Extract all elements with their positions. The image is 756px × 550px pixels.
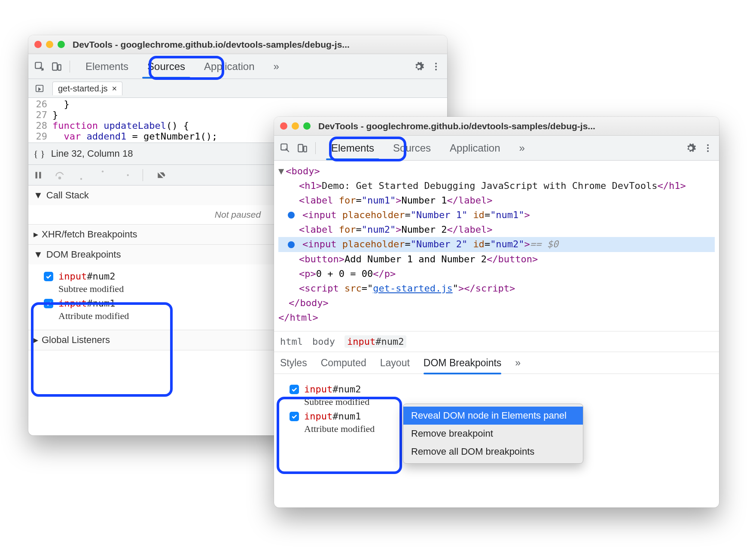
kebab-icon[interactable] [701, 141, 715, 155]
step-icon[interactable] [119, 170, 130, 181]
crumb-body[interactable]: body [312, 336, 335, 347]
svg-rect-15 [304, 146, 307, 152]
device-toggle-icon[interactable] [50, 60, 64, 73]
dom-tree[interactable]: ▼<body> <h1>Demo: Get Started Debugging … [274, 161, 719, 331]
chevron-down-icon: ▼ [34, 190, 43, 201]
svg-rect-14 [298, 144, 303, 152]
kebab-icon[interactable] [429, 60, 443, 73]
subtab-layout[interactable]: Layout [380, 357, 410, 369]
checkbox-checked-icon[interactable] [44, 272, 53, 281]
chevron-right-icon: ▸ [34, 334, 38, 346]
svg-rect-1 [52, 63, 57, 70]
svg-rect-2 [58, 64, 61, 70]
tab-elements[interactable]: Elements [76, 54, 138, 79]
format-button[interactable]: { } [34, 148, 45, 159]
panel-tabs: Elements Sources Application » [322, 136, 534, 160]
step-into-icon[interactable] [76, 170, 87, 181]
subtab-computed[interactable]: Computed [321, 357, 366, 369]
device-toggle-icon[interactable] [296, 141, 309, 155]
main-toolbar: Elements Sources Application » [274, 136, 719, 161]
main-toolbar: Elements Sources Application » [28, 54, 447, 79]
pause-icon[interactable] [33, 170, 44, 181]
minimize-traffic-light[interactable] [292, 122, 299, 130]
checkbox-checked-icon[interactable] [290, 385, 299, 394]
close-icon[interactable]: × [112, 84, 117, 94]
minimize-traffic-light[interactable] [46, 41, 53, 48]
titlebar[interactable]: DevTools - googlechrome.github.io/devtoo… [28, 35, 447, 54]
window-title: DevTools - googlechrome.github.io/devtoo… [73, 40, 350, 50]
panel-tabs: Elements Sources Application » [76, 54, 289, 79]
crumb-html[interactable]: html [280, 336, 303, 347]
cursor-position: Line 32, Column 18 [51, 148, 133, 159]
file-tab[interactable]: get-started.js × [52, 82, 122, 95]
ctx-remove-breakpoint[interactable]: Remove breakpoint [403, 425, 583, 443]
ctx-reveal-node[interactable]: Reveal DOM node in Elements panel [403, 407, 583, 425]
zoom-traffic-light[interactable] [58, 41, 65, 48]
tab-more[interactable]: » [264, 54, 289, 79]
window-title: DevTools - googlechrome.github.io/devtoo… [318, 121, 595, 131]
svg-point-12 [127, 174, 129, 176]
chevron-down-icon[interactable]: ▼ [278, 164, 284, 179]
subtab-more[interactable]: » [515, 357, 521, 369]
subtab-styles[interactable]: Styles [280, 357, 307, 369]
selected-dom-node[interactable]: <input placeholder="Number 2" id="num2">… [278, 237, 715, 252]
svg-point-17 [707, 147, 709, 149]
gear-icon[interactable] [684, 141, 698, 155]
step-out-icon[interactable] [97, 170, 108, 181]
svg-point-11 [102, 170, 104, 172]
select-element-icon[interactable] [33, 60, 46, 73]
svg-point-4 [435, 66, 437, 67]
breadcrumb[interactable]: html body input#num2 [274, 331, 719, 352]
context-menu: Reveal DOM node in Elements panel Remove… [403, 404, 583, 464]
subtab-dom-breakpoints[interactable]: DOM Breakpoints [424, 357, 502, 369]
svg-point-10 [80, 178, 82, 179]
checkbox-checked-icon[interactable] [44, 299, 53, 308]
tab-sources[interactable]: Sources [384, 136, 440, 160]
svg-point-9 [59, 177, 61, 179]
tab-sources[interactable]: Sources [138, 54, 195, 79]
svg-point-5 [435, 69, 437, 70]
navigator-toggle-icon[interactable] [33, 82, 46, 95]
close-traffic-light[interactable] [280, 122, 287, 130]
svg-rect-7 [36, 172, 37, 178]
crumb-current[interactable]: input#num2 [344, 335, 406, 348]
tab-application[interactable]: Application [195, 54, 264, 79]
close-traffic-light[interactable] [34, 41, 42, 48]
file-tab-label: get-started.js [58, 84, 108, 94]
chevron-down-icon: ▼ [34, 249, 43, 260]
select-element-icon[interactable] [278, 141, 292, 155]
ctx-remove-all-breakpoints[interactable]: Remove all DOM breakpoints [403, 443, 583, 461]
breakpoint-dot-icon [288, 212, 295, 219]
tab-application[interactable]: Application [440, 136, 509, 160]
divider [70, 61, 70, 73]
chevron-right-icon: ▸ [34, 229, 38, 240]
devtools-window-elements: DevTools - googlechrome.github.io/devtoo… [274, 117, 719, 507]
svg-rect-8 [39, 172, 41, 178]
gear-icon[interactable] [412, 60, 426, 73]
titlebar[interactable]: DevTools - googlechrome.github.io/devtoo… [274, 117, 719, 136]
tab-more[interactable]: » [510, 136, 534, 160]
checkbox-checked-icon[interactable] [290, 412, 299, 421]
svg-point-3 [435, 63, 437, 64]
tab-elements[interactable]: Elements [322, 136, 384, 160]
deactivate-breakpoints-icon[interactable] [156, 170, 167, 181]
zoom-traffic-light[interactable] [303, 122, 311, 130]
step-over-icon[interactable] [54, 170, 65, 181]
file-tab-bar: get-started.js × [28, 79, 447, 98]
svg-point-16 [707, 144, 709, 146]
svg-point-18 [707, 150, 709, 152]
breakpoint-dot-icon [288, 241, 295, 248]
styles-subtabs: Styles Computed Layout DOM Breakpoints » [274, 352, 719, 374]
